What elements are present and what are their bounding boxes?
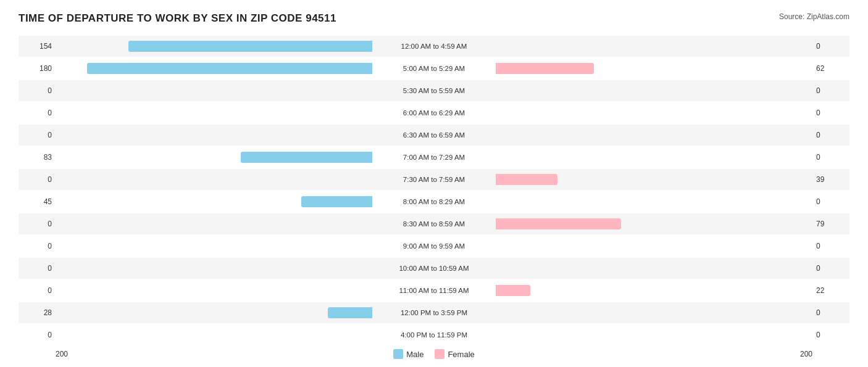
female-bar-wrap <box>496 84 812 97</box>
chart-row: 0 8:30 AM to 8:59 AM 79 <box>19 213 849 234</box>
time-label: 6:00 AM to 6:29 AM <box>372 109 496 117</box>
time-label: 5:00 AM to 5:29 AM <box>372 65 496 72</box>
female-value: 0 <box>812 308 849 317</box>
male-bar-wrap <box>56 239 372 253</box>
chart-row: 0 9:00 AM to 9:59 AM 0 <box>19 236 849 257</box>
female-bar-wrap <box>496 106 812 120</box>
time-label: 8:30 AM to 8:59 AM <box>372 220 496 228</box>
axis-left-label: 200 <box>56 350 68 358</box>
male-bar-wrap <box>56 62 372 75</box>
male-bar <box>241 152 372 163</box>
female-bar-wrap <box>496 306 812 320</box>
female-value: 0 <box>812 131 849 139</box>
time-label: 9:00 AM to 9:59 AM <box>372 242 496 250</box>
female-bar-wrap <box>496 128 812 142</box>
axis-row: 200 Male Female 200 <box>19 349 849 359</box>
legend-female: Female <box>435 349 474 359</box>
time-label: 12:00 PM to 3:59 PM <box>372 309 496 316</box>
female-bar <box>496 285 530 296</box>
female-bar-wrap <box>496 239 812 253</box>
chart-row: 28 12:00 PM to 3:59 PM 0 <box>19 302 849 323</box>
chart-row: 0 4:00 PM to 11:59 PM 0 <box>19 324 849 345</box>
male-value: 0 <box>19 220 56 228</box>
male-bar-wrap <box>56 262 372 275</box>
chart-row: 0 10:00 AM to 10:59 AM 0 <box>19 258 849 279</box>
time-label: 11:00 AM to 11:59 AM <box>372 287 496 294</box>
female-value: 0 <box>812 42 849 51</box>
female-legend-label: Female <box>448 350 474 359</box>
chart-row: 45 8:00 AM to 8:29 AM 0 <box>19 191 849 212</box>
male-value: 28 <box>19 308 56 317</box>
female-value: 62 <box>812 64 849 73</box>
female-value: 0 <box>812 331 849 339</box>
female-bar-wrap <box>496 62 812 75</box>
male-value: 0 <box>19 86 56 95</box>
male-bar <box>301 196 372 207</box>
time-label: 5:30 AM to 5:59 AM <box>372 87 496 94</box>
male-value: 0 <box>19 175 56 184</box>
female-bar <box>496 218 621 229</box>
female-value: 0 <box>812 153 849 162</box>
time-label: 12:00 AM to 4:59 AM <box>372 43 496 50</box>
time-label: 4:00 PM to 11:59 PM <box>372 331 496 339</box>
male-value: 0 <box>19 131 56 139</box>
male-legend-label: Male <box>406 350 424 359</box>
male-value: 180 <box>19 64 56 73</box>
male-bar-wrap <box>56 195 372 208</box>
female-value: 39 <box>812 175 849 184</box>
chart-row: 0 6:30 AM to 6:59 AM 0 <box>19 125 849 146</box>
female-bar-wrap <box>496 173 812 186</box>
female-value: 0 <box>812 197 849 206</box>
chart-row: 154 12:00 AM to 4:59 AM 0 <box>19 36 849 57</box>
chart-row: 0 6:00 AM to 6:29 AM 0 <box>19 102 849 123</box>
male-bar-wrap <box>56 128 372 142</box>
male-value: 45 <box>19 197 56 206</box>
female-bar-wrap <box>496 284 812 297</box>
time-label: 8:00 AM to 8:29 AM <box>372 198 496 205</box>
chart-row: 0 11:00 AM to 11:59 AM 22 <box>19 280 849 301</box>
male-value: 0 <box>19 109 56 117</box>
male-swatch <box>393 349 403 359</box>
chart-row: 0 7:30 AM to 7:59 AM 39 <box>19 169 849 190</box>
male-bar-wrap <box>56 284 372 297</box>
female-bar-wrap <box>496 195 812 208</box>
male-value: 0 <box>19 264 56 273</box>
male-bar-wrap <box>56 306 372 320</box>
female-bar-wrap <box>496 217 812 231</box>
axis-right-label: 200 <box>800 350 812 358</box>
male-bar-wrap <box>56 173 372 186</box>
chart-row: 180 5:00 AM to 5:29 AM 62 <box>19 58 849 79</box>
male-bar-wrap <box>56 151 372 164</box>
source-label: Source: ZipAtlas.com <box>779 12 849 21</box>
male-bar-wrap <box>56 39 372 53</box>
male-bar <box>328 307 372 318</box>
male-value: 83 <box>19 153 56 162</box>
male-value: 0 <box>19 331 56 339</box>
female-bar <box>496 63 594 74</box>
chart-area: 154 12:00 AM to 4:59 AM 0 180 5:00 AM to… <box>19 36 849 359</box>
female-value: 79 <box>812 220 849 228</box>
female-bar-wrap <box>496 151 812 164</box>
chart-title: TIME OF DEPARTURE TO WORK BY SEX IN ZIP … <box>19 12 336 25</box>
male-bar-wrap <box>56 84 372 97</box>
chart-row: 83 7:00 AM to 7:29 AM 0 <box>19 147 849 168</box>
time-label: 7:30 AM to 7:59 AM <box>372 176 496 183</box>
female-bar-wrap <box>496 262 812 275</box>
male-value: 154 <box>19 42 56 51</box>
male-bar-wrap <box>56 217 372 231</box>
male-value: 0 <box>19 242 56 250</box>
female-value: 22 <box>812 286 849 295</box>
male-bar-wrap <box>56 106 372 120</box>
male-bar <box>128 41 372 52</box>
female-bar <box>496 174 557 185</box>
female-value: 0 <box>812 242 849 250</box>
time-label: 7:00 AM to 7:29 AM <box>372 154 496 161</box>
female-value: 0 <box>812 109 849 117</box>
female-value: 0 <box>812 264 849 273</box>
male-bar <box>87 63 372 74</box>
chart-row: 0 5:30 AM to 5:59 AM 0 <box>19 80 849 101</box>
legend-male: Male <box>393 349 424 359</box>
female-bar-wrap <box>496 39 812 53</box>
time-label: 6:30 AM to 6:59 AM <box>372 131 496 139</box>
time-label: 10:00 AM to 10:59 AM <box>372 265 496 272</box>
